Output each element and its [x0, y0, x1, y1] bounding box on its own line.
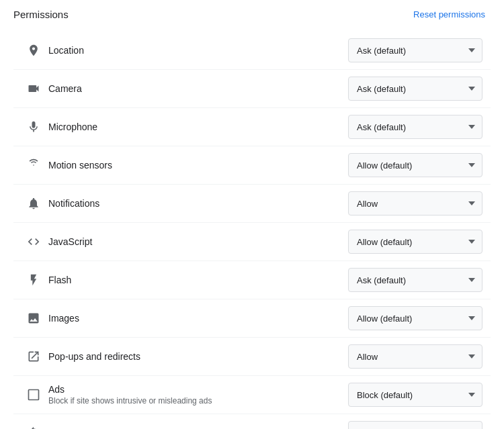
microphone-select[interactable]: Ask (default)AllowBlock — [348, 115, 482, 139]
microphone-label-wrap: Microphone — [46, 122, 348, 132]
flash-select-wrap: Ask (default)AllowBlock — [348, 268, 482, 292]
popups-label: Pop-ups and redirects — [48, 351, 348, 362]
location-label-wrap: Location — [46, 45, 348, 56]
location-select-wrap: Ask (default)AllowBlock — [348, 38, 482, 62]
motion_sensors-label: Motion sensors — [48, 160, 348, 171]
images-select[interactable]: Allow (default)Block — [348, 306, 482, 330]
notifications-select-wrap: Ask (default)AllowBlock — [348, 191, 482, 216]
popups-icon — [22, 350, 46, 363]
flash-select[interactable]: Ask (default)AllowBlock — [348, 268, 482, 292]
permissions-list: LocationAsk (default)AllowBlockCameraAsk… — [13, 32, 491, 429]
ads-select[interactable]: AllowBlock (default) — [348, 383, 482, 407]
permission-row-microphone: MicrophoneAsk (default)AllowBlock — [13, 108, 491, 146]
header: Permissions Reset permissions — [13, 7, 491, 25]
reset-permissions-button[interactable]: Reset permissions — [408, 7, 491, 22]
location-icon — [22, 44, 46, 57]
images-label: Images — [48, 313, 348, 324]
popups-select-wrap: AllowBlock (default) — [348, 344, 482, 369]
javascript-select-wrap: Allow (default)Block — [348, 230, 482, 254]
motion_sensors-select[interactable]: Allow (default)Block — [348, 153, 482, 177]
javascript-select[interactable]: Allow (default)Block — [348, 230, 482, 254]
permission-row-motion_sensors: Motion sensorsAllow (default)Block — [13, 146, 491, 185]
motion_sensors-select-wrap: Allow (default)Block — [348, 153, 482, 177]
background_sync-select[interactable]: Allow (default)Block — [348, 421, 482, 429]
popups-label-wrap: Pop-ups and redirects — [46, 351, 348, 362]
permission-row-ads: AdsBlock if site shows intrusive or misl… — [13, 376, 491, 414]
flash-label: Flash — [48, 275, 348, 285]
ads-select-wrap: AllowBlock (default) — [348, 383, 482, 407]
permission-row-popups: Pop-ups and redirectsAllowBlock (default… — [13, 338, 491, 376]
images-select-wrap: Allow (default)Block — [348, 306, 482, 330]
notifications-icon — [22, 197, 46, 210]
permission-row-notifications: NotificationsAsk (default)AllowBlock — [13, 185, 491, 223]
permission-row-images: ImagesAllow (default)Block — [13, 299, 491, 338]
camera-select-wrap: Ask (default)AllowBlock — [348, 77, 482, 101]
camera-select[interactable]: Ask (default)AllowBlock — [348, 77, 482, 101]
location-label: Location — [48, 45, 348, 56]
ads-sublabel: Block if site shows intrusive or mislead… — [48, 396, 348, 406]
ads-label: Ads — [48, 384, 348, 395]
permissions-page: Permissions Reset permissions LocationAs… — [0, 0, 504, 429]
svg-rect-0 — [29, 390, 39, 400]
camera-icon — [22, 82, 46, 95]
images-label-wrap: Images — [46, 313, 348, 324]
javascript-icon — [22, 235, 46, 248]
permission-row-flash: FlashAsk (default)AllowBlock — [13, 261, 491, 299]
background_sync-select-wrap: Allow (default)Block — [348, 421, 482, 429]
camera-label-wrap: Camera — [46, 83, 348, 94]
motion-icon — [22, 158, 46, 172]
flash-icon — [22, 273, 46, 287]
popups-select[interactable]: AllowBlock (default) — [348, 344, 482, 369]
javascript-label-wrap: JavaScript — [46, 236, 348, 247]
microphone-label: Microphone — [48, 122, 348, 132]
permission-row-location: LocationAsk (default)AllowBlock — [13, 32, 491, 70]
permission-row-javascript: JavaScriptAllow (default)Block — [13, 223, 491, 261]
images-icon — [22, 312, 46, 325]
motion_sensors-label-wrap: Motion sensors — [46, 160, 348, 171]
page-title: Permissions — [13, 9, 69, 20]
flash-label-wrap: Flash — [46, 275, 348, 285]
ads-icon — [22, 388, 46, 401]
notifications-label: Notifications — [48, 198, 348, 209]
camera-label: Camera — [48, 83, 348, 94]
permission-row-camera: CameraAsk (default)AllowBlock — [13, 70, 491, 108]
location-select[interactable]: Ask (default)AllowBlock — [348, 38, 482, 62]
notifications-label-wrap: Notifications — [46, 198, 348, 209]
microphone-select-wrap: Ask (default)AllowBlock — [348, 115, 482, 139]
permission-row-background_sync: Background syncAllow (default)Block — [13, 414, 491, 429]
notifications-select[interactable]: Ask (default)AllowBlock — [348, 191, 482, 216]
javascript-label: JavaScript — [48, 236, 348, 247]
microphone-icon — [22, 120, 46, 134]
sync-icon — [22, 426, 46, 429]
ads-label-wrap: AdsBlock if site shows intrusive or misl… — [46, 384, 348, 406]
